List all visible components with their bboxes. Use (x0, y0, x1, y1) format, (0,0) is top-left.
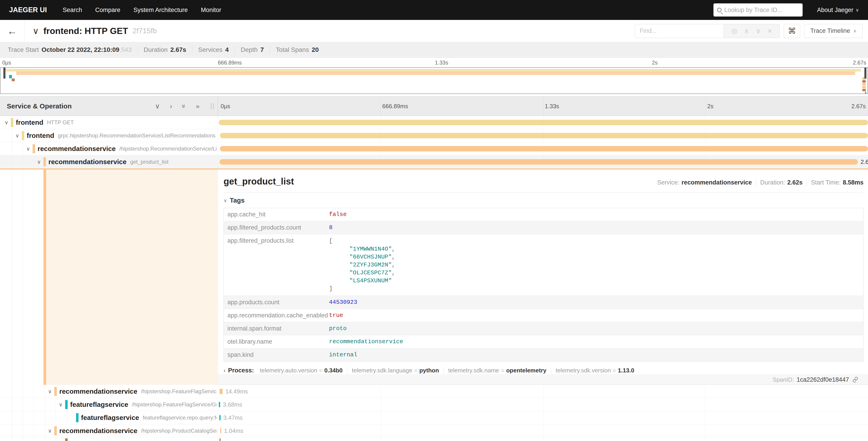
next-match-icon[interactable]: ∨ (756, 27, 761, 35)
span-toggle-chevron-icon[interactable]: ∨ (37, 159, 41, 165)
span-timeline-cell[interactable]: 1.04ms (218, 424, 868, 437)
trace-title: frontend: HTTP GET (43, 26, 128, 36)
span-row[interactable]: ∨recommendationservice/hipstershop.Produ… (0, 424, 868, 437)
collapse-all-icon[interactable]: ∨ (155, 103, 160, 110)
nav-item-system-architecture[interactable]: System Architecture (133, 6, 188, 13)
span-timeline-cell[interactable]: 3.68ms (218, 398, 868, 411)
span-duration-bar[interactable] (219, 438, 221, 441)
span-service-name: recommendationservice (49, 158, 126, 166)
span-duration-bar[interactable] (219, 389, 223, 394)
about-jaeger-menu[interactable]: About Jaeger ∨ (817, 6, 859, 13)
span-name-cell[interactable]: ∨recommendationservice/hipstershop.Featu… (0, 385, 218, 398)
span-name-cell[interactable]: ∨recommendationservice/hipstershop.Recom… (0, 142, 218, 155)
tag-row[interactable]: app.filtered_products.count8 (224, 221, 863, 234)
collapse-header-chevron-icon[interactable]: ∨ (33, 26, 39, 36)
span-timeline-cell[interactable]: 2.62s (218, 155, 868, 168)
divider (270, 46, 270, 54)
focus-match-icon[interactable]: ◎ (731, 27, 737, 35)
span-detail-left-gutter (0, 170, 218, 385)
span-toggle-chevron-icon[interactable]: ∨ (59, 401, 63, 408)
span-name-cell[interactable]: ∨recommendationserviceget_product_list (0, 155, 218, 168)
span-name-cell[interactable]: ∨featureflagservice/hipstershop.FeatureF… (0, 398, 218, 411)
prev-match-icon[interactable]: ∧ (744, 27, 749, 35)
nav-item-search[interactable]: Search (63, 6, 82, 13)
clear-find-icon[interactable]: × (768, 27, 772, 35)
process-row[interactable]: › Process: telemetry.auto.version=0.34b0… (223, 367, 868, 374)
tag-value-string: internal (329, 351, 357, 358)
span-timeline-cell[interactable]: 14.49ms (218, 385, 868, 398)
span-duration-bar[interactable] (219, 120, 868, 125)
minimap-canvas[interactable] (0, 67, 868, 94)
tag-row[interactable]: app.cache_hitfalse (224, 208, 863, 221)
gridline (706, 437, 706, 441)
expand-all-icon[interactable]: » (196, 103, 199, 110)
span-name-text: featureflagservicefeatureflagservice.rep… (81, 411, 217, 424)
span-duration-bar[interactable] (219, 402, 220, 407)
view-selector-button[interactable]: Trace Timeline ∨ (804, 24, 863, 38)
span-row[interactable] (0, 437, 868, 441)
span-toggle-chevron-icon[interactable]: ∨ (4, 119, 8, 125)
process-key: telemetry.sdk.version (556, 367, 611, 374)
span-name-cell[interactable]: ∨recommendationservice/hipstershop.Produ… (0, 424, 218, 437)
span-row[interactable]: ∨featureflagservice/hipstershop.FeatureF… (0, 398, 868, 411)
nav-item-compare[interactable]: Compare (95, 6, 120, 13)
equals-sign: = (319, 367, 322, 374)
trace-id-lookup-input[interactable] (724, 6, 804, 13)
minimap-left-scrubber-handle[interactable] (3, 68, 5, 79)
process-item: telemetry.auto.version=0.34b0 (255, 367, 347, 374)
span-timeline-cell[interactable]: 3.47ms (218, 411, 868, 424)
span-name-cell[interactable]: ∨frontendHTTP GET (0, 116, 218, 129)
span-duration-bar[interactable] (220, 428, 221, 434)
gridline (706, 385, 706, 398)
span-duration-bar[interactable] (219, 415, 221, 420)
span-detail-tint (46, 170, 218, 385)
stat-label: Services (198, 46, 222, 53)
tag-row[interactable]: otel.library.namerecommendationservice (224, 335, 863, 348)
span-duration-label: 14.49ms (225, 388, 248, 395)
column-resizer-handle[interactable] (211, 103, 214, 109)
gridline (380, 96, 381, 116)
span-duration-bar[interactable] (220, 146, 868, 151)
span-row[interactable]: featureflagservicefeatureflagservice.rep… (0, 411, 868, 424)
tag-value: 8 (329, 221, 863, 234)
span-timeline-cell[interactable] (218, 116, 868, 129)
tags-section-toggle[interactable]: ∨ Tags (223, 197, 868, 204)
span-name-cell[interactable] (0, 437, 218, 441)
collapse-deep-icon[interactable]: » (181, 104, 187, 108)
back-button[interactable]: ← (0, 20, 25, 42)
span-row[interactable]: ∨recommendationserviceget_product_list2.… (0, 155, 868, 169)
span-timeline-cell[interactable] (218, 142, 868, 155)
tag-row[interactable]: app.products.count44530923 (224, 296, 863, 309)
tag-row[interactable]: app.recommendation.cache_enabledtrue (224, 309, 863, 322)
span-row[interactable]: ∨recommendationservice/hipstershop.Featu… (0, 385, 868, 398)
span-toggle-chevron-icon[interactable]: ∨ (48, 388, 52, 394)
timeline-tick-label: 2s (707, 102, 713, 110)
span-duration-bar[interactable] (220, 133, 868, 138)
span-name-cell[interactable]: featureflagservicefeatureflagservice.rep… (0, 411, 218, 424)
tag-value-number: 44530923 (329, 299, 357, 305)
span-row[interactable]: ∨recommendationservice/hipstershop.Recom… (0, 142, 868, 155)
keyboard-shortcuts-button[interactable]: ⌘ (784, 24, 800, 38)
expand-one-icon[interactable]: › (170, 103, 172, 110)
span-timeline-cell[interactable] (218, 437, 868, 441)
span-row[interactable]: ∨frontendgrpc.hipstershop.Recommendation… (0, 129, 868, 142)
brand-logo[interactable]: JAEGER UI (9, 6, 47, 14)
minimap-span-mark (865, 92, 866, 94)
span-row[interactable]: ∨frontendHTTP GET (0, 116, 868, 129)
tag-row[interactable]: span.kindinternal (224, 348, 863, 361)
span-toggle-chevron-icon[interactable]: ∨ (26, 146, 30, 152)
span-timeline-cell[interactable] (218, 129, 868, 142)
process-value: 1.13.0 (618, 367, 634, 374)
find-input[interactable] (635, 24, 724, 38)
minimap-span-mark (862, 86, 866, 89)
nav-item-monitor[interactable]: Monitor (201, 6, 221, 13)
minimap-right-scrubber-handle[interactable] (864, 68, 866, 79)
span-toggle-chevron-icon[interactable]: ∨ (16, 133, 19, 139)
tag-row[interactable]: app.filtered_products.list["1YMWWN1N4O",… (224, 234, 863, 296)
span-service-name: featureflagservice (70, 401, 128, 408)
copy-link-icon[interactable] (852, 377, 859, 383)
tag-row[interactable]: internal.span.formatproto (224, 322, 863, 335)
span-duration-bar[interactable] (219, 159, 858, 165)
span-toggle-chevron-icon[interactable]: ∨ (48, 428, 52, 434)
span-name-cell[interactable]: ∨frontendgrpc.hipstershop.Recommendation… (0, 129, 218, 142)
